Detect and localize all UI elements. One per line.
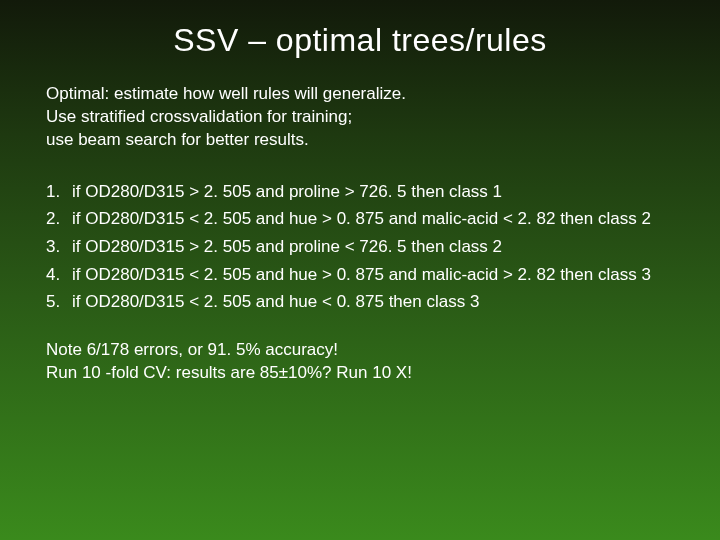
rule-text: if OD280/D315 < 2. 505 and hue < 0. 875 … [72,290,674,315]
rule-text: if OD280/D315 < 2. 505 and hue > 0. 875 … [72,207,674,232]
rule-text: if OD280/D315 > 2. 505 and proline < 726… [72,235,674,260]
intro-block: Optimal: estimate how well rules will ge… [46,83,674,152]
rule-number: 1. [46,180,72,205]
rule-text: if OD280/D315 < 2. 505 and hue > 0. 875 … [72,263,674,288]
rule-item: 2. if OD280/D315 < 2. 505 and hue > 0. 8… [46,207,674,232]
intro-line-3: use beam search for better results. [46,129,674,152]
rule-item: 4. if OD280/D315 < 2. 505 and hue > 0. 8… [46,263,674,288]
rule-item: 3. if OD280/D315 > 2. 505 and proline < … [46,235,674,260]
rule-number: 3. [46,235,72,260]
note-line-2: Run 10 -fold CV: results are 85±10%? Run… [46,362,674,385]
rule-number: 2. [46,207,72,232]
note-block: Note 6/178 errors, or 91. 5% accuracy! R… [46,339,674,385]
rules-list: 1. if OD280/D315 > 2. 505 and proline > … [46,180,674,315]
rule-text: if OD280/D315 > 2. 505 and proline > 726… [72,180,674,205]
intro-line-1: Optimal: estimate how well rules will ge… [46,83,674,106]
slide: SSV – optimal trees/rules Optimal: estim… [0,0,720,540]
rule-item: 5. if OD280/D315 < 2. 505 and hue < 0. 8… [46,290,674,315]
rule-number: 4. [46,263,72,288]
intro-line-2: Use stratified crossvalidation for train… [46,106,674,129]
slide-title: SSV – optimal trees/rules [46,22,674,59]
rule-number: 5. [46,290,72,315]
note-line-1: Note 6/178 errors, or 91. 5% accuracy! [46,339,674,362]
rule-item: 1. if OD280/D315 > 2. 505 and proline > … [46,180,674,205]
